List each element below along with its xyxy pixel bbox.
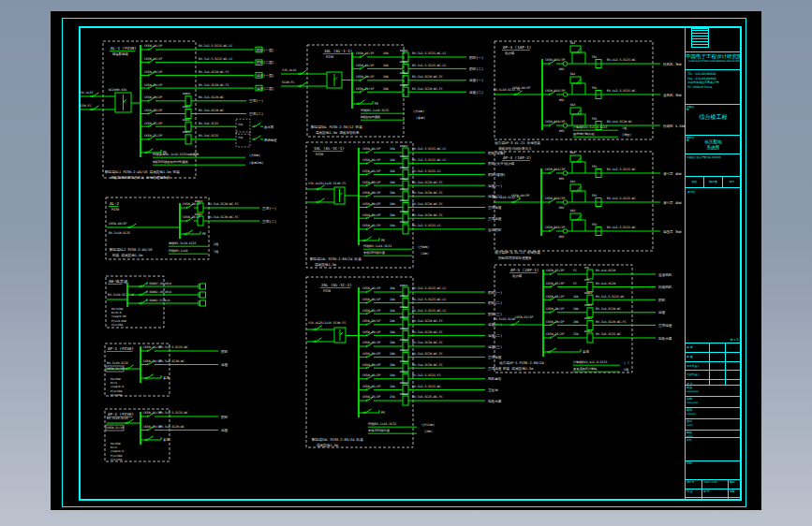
svg-text:BV-3x2.5-SC15-WC.CC: BV-3x2.5-SC15-WC.CC [199, 44, 233, 48]
sign-label: 审 核 [686, 353, 710, 361]
svg-text:C65N-D16/3P: C65N-D16/3P [545, 226, 565, 229]
svg-text:照明(一): 照明(一) [469, 55, 483, 60]
svg-text:C65N-16/1P: C65N-16/1P [546, 295, 564, 299]
svg-text:PE线采用BV-1x16-SC25沿墙暗敷: PE线采用BV-1x16-SC25沿墙暗敷 [153, 153, 199, 156]
svg-text:AP-4 (1AP-2): AP-4 (1AP-2) [503, 155, 531, 160]
svg-text:BV-3x10-SC25: BV-3x10-SC25 [107, 361, 128, 365]
svg-text:Ijs=15A: Ijs=15A [111, 393, 122, 397]
svg-text:BV-3x2.5-SC15-WC.CC: BV-3x2.5-SC15-WC.CC [412, 147, 447, 151]
svg-text:BV-3x2.5-SC15-WC.CC: BV-3x2.5-SC15-WC.CC [412, 309, 447, 313]
svg-text:PE: PE [202, 232, 206, 236]
bottom-table: 设计号 7001-1-0X 图别 专 业 电 气 电施 比例 图号 E-01 2… [686, 480, 741, 499]
svg-text:厨房插座: 厨房插座 [264, 139, 277, 142]
svg-text:C65N-25/3P: C65N-25/3P [546, 269, 564, 272]
svg-text:DD862: DD862 [400, 284, 408, 287]
svg-text:AP-1 (PZ30): AP-1 (PZ30) [108, 346, 134, 351]
svg-text:C65N-20/2P: C65N-20/2P [546, 320, 564, 324]
sign-label: 项目负责人 [686, 362, 710, 371]
stage-cell: 电气 [723, 177, 741, 187]
svg-text:BV-3x2.5-SC15-WC: BV-3x2.5-SC15-WC [412, 385, 441, 388]
svg-text:AL-2: AL-2 [110, 201, 120, 206]
bottom-cell: 电 气 [702, 489, 729, 497]
svg-text:C65N-40/3P: C65N-40/3P [511, 194, 529, 197]
svg-text:备用: 备用 [163, 438, 170, 442]
svg-text:照明: 照明 [221, 415, 229, 419]
svg-text:控制线RVV-5x1.0-SC15: 控制线RVV-5x1.0-SC15 [573, 125, 608, 129]
svg-text:风机盘管: 风机盘管 [488, 376, 502, 381]
svg-text:照明(一): 照明(一) [488, 290, 502, 295]
date-label: 日期 [687, 462, 696, 465]
svg-text:DD862: DD862 [400, 220, 408, 224]
svg-text:插座(一): 插座(一) [469, 78, 483, 82]
svg-text:送风机 3kW: 送风机 3kW [663, 93, 682, 97]
svg-text:进线穿管沿墙暗敷引入: 进线穿管沿墙暗敷引入 [498, 146, 532, 151]
svg-text:DD862: DD862 [400, 187, 408, 191]
svg-text:C65N-20/2P: C65N-20/2P [362, 352, 380, 356]
svg-text:C65N-D16/3P: C65N-D16/3P [545, 58, 565, 62]
svg-text:KM3: KM3 [559, 235, 565, 239]
svg-text:C65N-25/2P: C65N-25/2P [144, 122, 162, 125]
svg-text:BV-3x2.5-SC15-WC.CC: BV-3x2.5-SC15-WC.CC [412, 286, 447, 290]
bottom-cell: 图号 E-01 [702, 498, 729, 499]
stage-cell: 施工图 [704, 177, 723, 187]
svg-text:FR3: FR3 [592, 223, 598, 226]
svg-text:C65N-D16/3P: C65N-D16/3P [545, 197, 565, 200]
svg-text:潜污泵 4kW: 潜污泵 4kW [663, 201, 682, 205]
svg-text:BV-3x4-SC20-WC.FC: BV-3x4-SC20-WC.FC [412, 87, 443, 91]
svg-text:至就地控制按钮: 至就地控制按钮 [573, 132, 595, 136]
svg-text:20A: 20A [390, 352, 395, 356]
svg-text:BV-3x2.5-SC15-WC.CC: BV-3x2.5-SC15-WC.CC [412, 51, 447, 55]
svg-text:YJV-4x16: YJV-4x16 [282, 68, 296, 72]
svg-text:BV-3x4-SC20-WC.FC: BV-3x4-SC20-WC.FC [199, 70, 229, 74]
svg-text:PZ30: PZ30 [111, 208, 119, 212]
svg-text:箱底距地1.5m: 箱底距地1.5m [317, 443, 338, 447]
svg-text:BV-3x4-SC20-WC.FC: BV-3x4-SC20-WC.FC [412, 330, 443, 334]
svg-text:C65N-25/2P: C65N-25/2P [362, 395, 380, 399]
svg-text:BV-3x4-SC20-WC: BV-3x4-SC20-WC [199, 95, 224, 99]
bottom-cell: 设计号 [686, 480, 702, 489]
svg-text:DD862: DD862 [584, 291, 593, 295]
svg-text:C65N-25/2P: C65N-25/2P [546, 332, 564, 336]
svg-text:FR1: FR1 [592, 55, 598, 59]
project-label: 工程名称 [687, 106, 696, 111]
svg-text:空调(二): 空调(二) [262, 219, 276, 224]
svg-text:KA1: KA1 [570, 41, 576, 45]
svg-text:C65N-16/1P: C65N-16/1P [362, 169, 380, 173]
svg-text:零线与PE线分接: 零线与PE线分接 [363, 251, 386, 255]
svg-text:电热水器: 电热水器 [488, 400, 502, 403]
blank-section: 会签栏 第 1 张 [686, 188, 741, 343]
svg-text:空调(一): 空调(一) [262, 206, 276, 211]
svg-text:20A: 20A [390, 319, 395, 323]
svg-text:KA2: KA2 [570, 72, 576, 76]
svg-text:DD862: DD862 [400, 370, 408, 373]
svg-text:20A: 20A [390, 213, 395, 217]
svg-text:DD862: DD862 [400, 83, 408, 87]
svg-text:动力箱: 动力箱 [505, 51, 515, 55]
svg-text:DD862: DD862 [183, 105, 191, 109]
institute-logo [691, 28, 709, 48]
svg-text:BV-3x4-SC20-WC.FC: BV-3x4-SC20-WC.FC [199, 83, 229, 87]
drawing-name-2: 系统图 [686, 145, 741, 151]
svg-text:空调插座: 空调插座 [658, 323, 672, 328]
panel-3AL: 3AL (AL-1-1)PZ30YJV-4x16SC40-FCC65N-16/1… [281, 45, 483, 137]
svg-text:3AL (AL-1-1): 3AL (AL-1-1) [324, 49, 352, 53]
svg-text:(共8回): (共8回) [418, 245, 429, 249]
svg-text:电热水器: 电热水器 [658, 337, 672, 341]
svg-text:照明(二层): 照明(二层) [257, 60, 274, 65]
svg-text:(共8回): (共8回) [249, 153, 260, 157]
drawing-label: 图纸名称 [687, 137, 696, 142]
blank-top-label: 会签栏 [687, 190, 695, 194]
svg-text:AL-1 (PZ30): AL-1 (PZ30) [111, 46, 137, 51]
svg-text:配电箱3AL PZ30-2-30/12 明装: 配电箱3AL PZ30-2-30/12 明装 [311, 124, 362, 129]
svg-text:动力箱: 动力箱 [505, 161, 515, 166]
svg-text:DD862: DD862 [400, 49, 408, 52]
svg-text:FC: FC [573, 282, 577, 285]
svg-text:C65N-40/2P: C65N-40/2P [109, 222, 126, 226]
svg-text:C65N-63/3P: C65N-63/3P [515, 315, 533, 319]
svg-text:BV-3x2.5-SC15-WC.CC: BV-3x2.5-SC15-WC.CC [199, 57, 233, 61]
svg-text:2根: 2根 [624, 368, 629, 372]
panel-AP2: AP-2 (PZ30)BV-3x10-SC25C65N-32/2PC65N-16… [105, 409, 229, 461]
svg-text:AP-5 (2AP-1): AP-5 (2AP-1) [510, 268, 539, 272]
svg-text:BV-4x4-SC20: BV-4x4-SC20 [596, 282, 615, 285]
svg-text:BV-3x4-SC20-WC.FC: BV-3x4-SC20-WC.FC [208, 215, 239, 219]
